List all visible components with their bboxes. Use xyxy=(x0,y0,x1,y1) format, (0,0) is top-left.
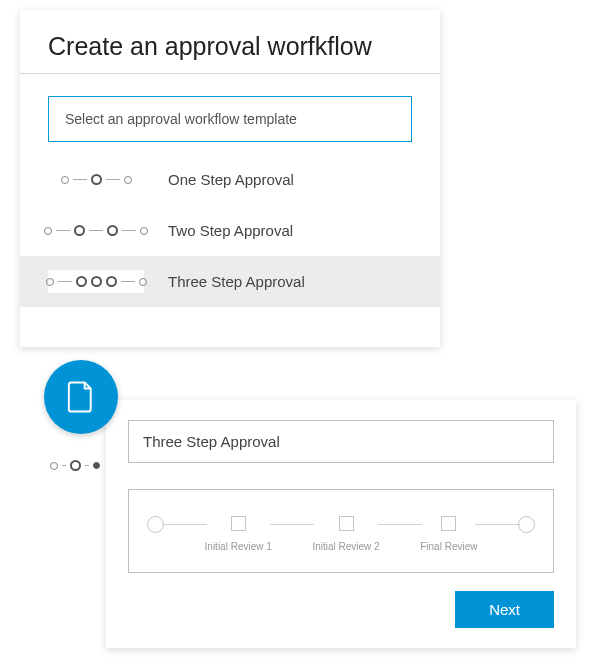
template-option-three-step[interactable]: Three Step Approval xyxy=(20,256,440,307)
workflow-steps-diagram: Initial Review 1 Initial Review 2 Final … xyxy=(128,489,554,573)
template-picker-card: Create an approval worfkflow Select an a… xyxy=(20,10,440,347)
square-icon xyxy=(231,516,246,531)
template-option-one-step[interactable]: One Step Approval xyxy=(20,154,440,205)
page-title: Create an approval worfkflow xyxy=(20,32,440,74)
two-step-icon xyxy=(48,219,144,242)
workflow-detail-card: Initial Review 1 Initial Review 2 Final … xyxy=(106,400,576,648)
file-icon xyxy=(66,380,96,414)
circle-icon xyxy=(518,516,535,533)
workflow-step-node: Final Review xyxy=(420,516,477,552)
residual-step-icon xyxy=(50,460,100,471)
one-step-icon xyxy=(48,168,144,191)
template-option-two-step[interactable]: Two Step Approval xyxy=(20,205,440,256)
template-select-placeholder: Select an approval workflow template xyxy=(65,111,297,127)
workflow-edge xyxy=(378,524,423,525)
workflow-edge xyxy=(475,524,520,525)
square-icon xyxy=(441,516,456,531)
template-select[interactable]: Select an approval workflow template xyxy=(48,96,412,142)
workflow-step-node: Initial Review 2 xyxy=(312,516,379,552)
next-button[interactable]: Next xyxy=(455,591,554,628)
workflow-start-node xyxy=(147,516,164,554)
three-step-icon xyxy=(48,270,144,293)
workflow-edge xyxy=(270,524,315,525)
square-icon xyxy=(339,516,354,531)
template-option-label: One Step Approval xyxy=(168,171,294,188)
workflow-step-label: Initial Review 2 xyxy=(312,541,379,552)
workflow-title-input[interactable] xyxy=(128,420,554,463)
file-badge[interactable] xyxy=(44,360,118,434)
workflow-step-node: Initial Review 1 xyxy=(205,516,272,552)
template-option-label: Three Step Approval xyxy=(168,273,305,290)
workflow-end-node xyxy=(518,516,535,554)
workflow-edge xyxy=(162,524,207,525)
template-option-label: Two Step Approval xyxy=(168,222,293,239)
workflow-step-label: Initial Review 1 xyxy=(205,541,272,552)
workflow-step-label: Final Review xyxy=(420,541,477,552)
